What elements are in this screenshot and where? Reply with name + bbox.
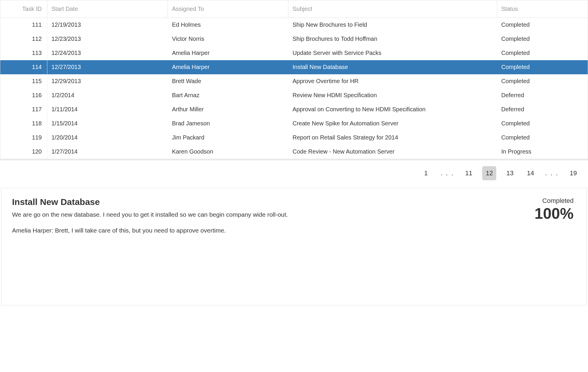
table-row[interactable]: 11112/19/2013Ed HolmesShip New Brochures… bbox=[0, 18, 588, 32]
cell-task-id: 113 bbox=[0, 46, 47, 60]
cell-start-date: 12/29/2013 bbox=[47, 74, 168, 88]
table-row[interactable]: 11412/27/2013Amelia HarperInstall New Da… bbox=[0, 60, 588, 74]
cell-status: Completed bbox=[497, 74, 587, 88]
detail-title: Install New Database bbox=[12, 197, 576, 207]
cell-subject: Code Review - New Automation Server bbox=[288, 145, 497, 159]
detail-body: We are go on the new database. I need yo… bbox=[12, 211, 576, 219]
cell-status: Completed bbox=[497, 18, 587, 32]
cell-start-date: 1/20/2014 bbox=[47, 131, 168, 144]
cell-status: Completed bbox=[497, 131, 587, 144]
cell-subject: Create New Spike for Automation Server bbox=[288, 117, 497, 130]
cell-subject: Ship New Brochures to Field bbox=[288, 18, 497, 32]
pager: 1. . .11121314. . .19 bbox=[0, 160, 588, 186]
cell-task-id: 116 bbox=[0, 88, 47, 102]
pager-ellipsis[interactable]: . . . bbox=[544, 169, 560, 177]
detail-progress: Completed 100% bbox=[534, 197, 574, 221]
cell-start-date: 1/11/2014 bbox=[47, 102, 168, 116]
table-row[interactable]: 11512/29/2013Brett WadeApprove Overtime … bbox=[0, 74, 588, 88]
table-row[interactable]: 1161/2/2014Bart ArnazReview New HDMI Spe… bbox=[0, 88, 588, 102]
cell-status: Completed bbox=[497, 60, 587, 74]
table-row[interactable]: 1181/15/2014Brad JamesonCreate New Spike… bbox=[0, 117, 588, 131]
cell-task-id: 117 bbox=[0, 102, 47, 116]
cell-assigned: Amelia Harper bbox=[168, 46, 288, 60]
cell-status: Deferred bbox=[497, 102, 587, 116]
table-row[interactable]: 1171/11/2014Arthur MillerApproval on Con… bbox=[0, 102, 588, 117]
cell-assigned: Victor Norris bbox=[168, 32, 288, 46]
cell-assigned: Brad Jameson bbox=[168, 117, 288, 130]
col-header-task-id[interactable]: Task ID bbox=[0, 0, 47, 18]
table-row[interactable]: 1201/27/2014Karen GoodsonCode Review - N… bbox=[0, 145, 588, 159]
cell-assigned: Brett Wade bbox=[168, 74, 288, 88]
cell-subject: Report on Retail Sales Strategy for 2014 bbox=[288, 131, 497, 144]
cell-subject: Review New HDMI Specification bbox=[288, 88, 497, 102]
col-header-assigned[interactable]: Assigned To bbox=[168, 0, 288, 18]
table-row[interactable]: 11312/24/2013Amelia HarperUpdate Server … bbox=[0, 46, 588, 60]
cell-subject: Install New Database bbox=[288, 60, 497, 74]
cell-subject: Ship Brochures to Todd Hoffman bbox=[288, 32, 497, 46]
cell-start-date: 12/27/2013 bbox=[47, 60, 168, 74]
cell-status: Completed bbox=[497, 117, 587, 130]
pager-page[interactable]: 19 bbox=[566, 166, 580, 180]
detail-comment: Amelia Harper: Brett, I will take care o… bbox=[12, 227, 576, 234]
cell-status: Completed bbox=[497, 32, 587, 46]
cell-assigned: Arthur Miller bbox=[168, 102, 288, 116]
cell-start-date: 12/24/2013 bbox=[47, 46, 168, 60]
cell-task-id: 112 bbox=[0, 32, 47, 46]
task-detail-panel: Install New Database We are go on the ne… bbox=[1, 188, 587, 305]
cell-task-id: 111 bbox=[0, 18, 47, 32]
pager-ellipsis[interactable]: . . . bbox=[440, 169, 455, 177]
pager-page[interactable]: 11 bbox=[462, 166, 476, 180]
detail-progress-status: Completed bbox=[534, 197, 574, 205]
col-header-subject[interactable]: Subject bbox=[288, 0, 497, 18]
cell-assigned: Ed Holmes bbox=[168, 18, 288, 32]
cell-assigned: Karen Goodson bbox=[168, 145, 288, 159]
cell-status: Deferred bbox=[497, 88, 587, 102]
cell-task-id: 119 bbox=[0, 131, 47, 144]
cell-subject: Approval on Converting to New HDMI Speci… bbox=[288, 102, 497, 116]
pager-page[interactable]: 12 bbox=[482, 166, 496, 180]
col-header-start-date[interactable]: Start Date bbox=[47, 0, 168, 18]
cell-start-date: 12/19/2013 bbox=[47, 18, 168, 32]
task-grid: Task ID Start Date Assigned To Subject S… bbox=[0, 0, 588, 159]
pager-page[interactable]: 14 bbox=[523, 166, 537, 180]
cell-assigned: Amelia Harper bbox=[168, 60, 288, 74]
cell-task-id: 115 bbox=[0, 74, 47, 88]
table-row[interactable]: 1191/20/2014Jim PackardReport on Retail … bbox=[0, 131, 588, 145]
pager-page[interactable]: 1 bbox=[419, 166, 433, 180]
col-header-status[interactable]: Status bbox=[497, 0, 587, 18]
pager-page[interactable]: 13 bbox=[503, 166, 517, 180]
cell-task-id: 114 bbox=[0, 60, 47, 74]
cell-task-id: 120 bbox=[0, 145, 47, 159]
cell-assigned: Jim Packard bbox=[168, 131, 288, 144]
cell-subject: Update Server with Service Packs bbox=[288, 46, 497, 60]
grid-body: 11112/19/2013Ed HolmesShip New Brochures… bbox=[0, 18, 588, 159]
cell-assigned: Bart Arnaz bbox=[168, 88, 288, 102]
table-row[interactable]: 11212/23/2013Victor NorrisShip Brochures… bbox=[0, 32, 588, 46]
cell-task-id: 118 bbox=[0, 117, 47, 130]
cell-start-date: 1/15/2014 bbox=[47, 117, 168, 130]
cell-subject: Approve Overtime for HR bbox=[288, 74, 497, 88]
cell-status: Completed bbox=[497, 46, 587, 60]
detail-progress-pct: 100% bbox=[534, 206, 574, 221]
cell-start-date: 1/27/2014 bbox=[47, 145, 168, 159]
cell-status: In Progress bbox=[497, 145, 587, 159]
cell-start-date: 12/23/2013 bbox=[47, 32, 168, 46]
grid-header-row: Task ID Start Date Assigned To Subject S… bbox=[0, 0, 588, 18]
cell-start-date: 1/2/2014 bbox=[47, 88, 168, 102]
